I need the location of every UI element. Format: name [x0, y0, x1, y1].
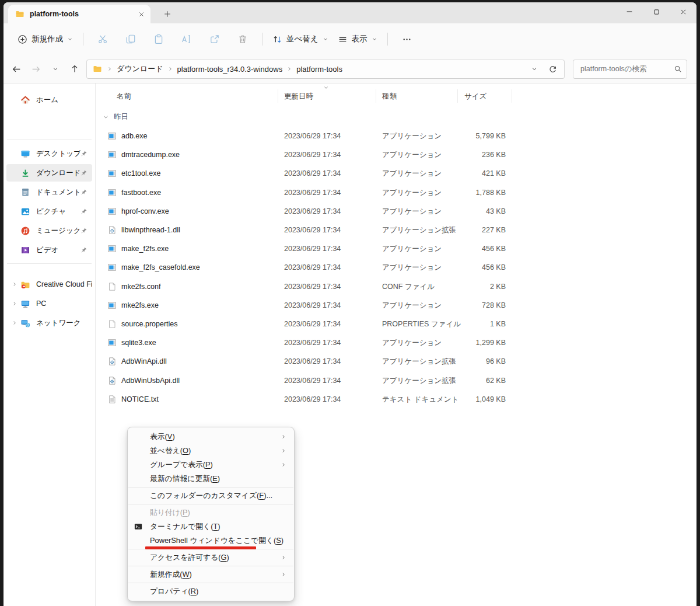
menu-item-open-powershell[interactable]: PowerShell ウィンドウをここで開く(S)	[128, 534, 294, 548]
file-row[interactable]: NOTICE.txt2023/06/29 17:34テキスト ドキュメント1,0…	[96, 390, 696, 409]
menu-divider	[128, 504, 293, 504]
file-row[interactable]: libwinpthread-1.dll2023/06/29 17:34アプリケー…	[96, 221, 696, 239]
file-row[interactable]: hprof-conv.exe2023/06/29 17:34アプリケーション43…	[96, 202, 696, 221]
more-options-button[interactable]	[393, 28, 421, 50]
address-dropdown-button[interactable]	[531, 65, 538, 72]
new-tab-button[interactable]	[158, 5, 177, 23]
sidebar-item-desktop[interactable]: デスクトップ	[6, 145, 92, 162]
file-row[interactable]: fastboot.exe2023/06/29 17:34アプリケーション1,78…	[96, 183, 696, 202]
menu-item-label: 並べ替え(O)	[150, 446, 191, 456]
file-date: 2023/06/29 17:34	[284, 283, 341, 291]
address-row: ダウンロードplatform-tools_r34.0.3-windowsplat…	[4, 55, 696, 83]
column-header-size[interactable]: サイズ	[464, 92, 487, 102]
plus-circle-icon	[18, 34, 27, 44]
sidebar-item-documents[interactable]: ドキュメント	[6, 183, 92, 201]
new-button[interactable]: 新規作成	[13, 30, 78, 48]
sidebar-item-label: ドキュメント	[36, 187, 80, 197]
exe-icon	[107, 169, 117, 178]
tab-platform-tools[interactable]: platform-tools	[8, 5, 150, 23]
column-header-date[interactable]: 更新日時	[284, 92, 313, 102]
menu-item-give-access[interactable]: アクセスを許可する(G)	[128, 551, 294, 565]
file-size: 62 KB	[422, 377, 506, 385]
view-icon	[338, 34, 348, 44]
minimize-button[interactable]	[616, 2, 643, 21]
maximize-button[interactable]	[643, 2, 670, 21]
file-row[interactable]: mke2fs.exe2023/06/29 17:34アプリケーション728 KB	[96, 296, 696, 315]
column-separator[interactable]	[512, 89, 512, 103]
group-collapse-chevron[interactable]	[103, 114, 109, 120]
menu-item-properties[interactable]: プロパティ(R)	[128, 584, 294, 598]
sort-direction-indicator	[323, 85, 329, 90]
expand-chevron-icon[interactable]	[9, 320, 20, 326]
file-row[interactable]: dmtracedump.exe2023/06/29 17:34アプリケーション2…	[96, 145, 696, 164]
file-row[interactable]: AdbWinApi.dll2023/06/29 17:34アプリケーション拡張9…	[96, 352, 696, 371]
cut-button[interactable]	[89, 28, 117, 50]
up-button[interactable]	[65, 58, 84, 79]
chevron-down-icon	[67, 36, 73, 42]
group-header-yesterday[interactable]: 昨日	[103, 110, 696, 124]
file-name: sqlite3.exe	[121, 339, 156, 347]
column-header-name[interactable]: 名前	[117, 92, 131, 102]
delete-button[interactable]	[229, 28, 257, 50]
breadcrumb-segment[interactable]: platform-tools_r34.0.3-windows	[174, 65, 286, 74]
column-separator[interactable]	[278, 89, 278, 103]
share-button[interactable]	[201, 28, 229, 50]
sidebar-item-videos[interactable]: ビデオ	[6, 241, 92, 259]
sidebar-item-pictures[interactable]: ピクチャ	[6, 203, 92, 220]
menu-item-sort-by[interactable]: 並べ替え(O)	[128, 444, 294, 458]
file-size: 227 KB	[422, 226, 506, 234]
menu-item-new[interactable]: 新規作成(W)	[128, 567, 294, 581]
file-date: 2023/06/29 17:34	[284, 320, 341, 328]
file-size: 421 KB	[422, 169, 506, 177]
sort-button[interactable]: 並べ替え	[268, 30, 333, 48]
downloads-icon	[20, 168, 31, 178]
sidebar-item-label: PC	[36, 299, 46, 308]
menu-item-customize-folder[interactable]: このフォルダーのカスタマイズ(F)...	[128, 489, 294, 503]
tab-close-button[interactable]	[137, 10, 146, 19]
file-date: 2023/06/29 17:34	[284, 301, 341, 309]
column-header-type[interactable]: 種類	[382, 92, 397, 102]
search-input[interactable]	[579, 64, 674, 74]
file-row[interactable]: make_f2fs_casefold.exe2023/06/29 17:34アプ…	[96, 258, 696, 277]
close-button[interactable]	[670, 2, 696, 21]
menu-item-refresh[interactable]: 最新の情報に更新(E)	[128, 472, 294, 486]
pictures-icon	[20, 207, 31, 217]
menu-item-group-by[interactable]: グループで表示(P)	[128, 458, 294, 472]
sidebar-item-pc[interactable]: PC	[6, 295, 92, 312]
file-row[interactable]: mke2fs.conf2023/06/29 17:34CONF ファイル2 KB	[96, 277, 696, 296]
recent-locations-button[interactable]	[46, 58, 65, 79]
file-row[interactable]: source.properties2023/06/29 17:34PROPERT…	[96, 315, 696, 333]
exe-icon	[107, 131, 117, 141]
back-button[interactable]	[7, 58, 26, 79]
menu-item-view[interactable]: 表示(V)	[128, 430, 294, 444]
exe-icon	[107, 338, 117, 347]
forward-button[interactable]	[26, 58, 46, 79]
file-row[interactable]: etc1tool.exe2023/06/29 17:34アプリケーション421 …	[96, 164, 696, 183]
submenu-chevron-icon	[281, 555, 286, 560]
file-row[interactable]: make_f2fs.exe2023/06/29 17:34アプリケーション456…	[96, 239, 696, 258]
column-separator[interactable]	[457, 89, 458, 103]
refresh-button[interactable]	[548, 65, 557, 74]
more-icon	[402, 34, 412, 44]
expand-chevron-icon[interactable]	[9, 301, 20, 307]
dll-icon	[107, 225, 117, 235]
sidebar-item-home[interactable]: ホーム	[6, 91, 92, 109]
copy-button[interactable]	[117, 28, 145, 50]
file-row[interactable]: AdbWinUsbApi.dll2023/06/29 17:34アプリケーション…	[96, 371, 696, 389]
sidebar-item-creative-cloud[interactable]: Creative Cloud Files	[6, 276, 92, 293]
paste-button[interactable]	[145, 28, 173, 50]
sidebar-item-network[interactable]: ネットワーク	[6, 314, 92, 332]
sidebar-item-music[interactable]: ミュージック	[6, 222, 92, 239]
menu-item-open-terminal[interactable]: ターミナルで開く(T)	[128, 520, 294, 534]
expand-chevron-icon[interactable]	[9, 281, 20, 287]
file-row[interactable]: adb.exe2023/06/29 17:34アプリケーション5,799 KB	[96, 127, 696, 145]
column-separator[interactable]	[376, 89, 376, 103]
sidebar-item-downloads[interactable]: ダウンロード	[6, 164, 92, 182]
address-bar[interactable]: ダウンロードplatform-tools_r34.0.3-windowsplat…	[86, 60, 565, 79]
view-button[interactable]: 表示	[333, 30, 382, 48]
share-icon	[209, 34, 220, 44]
file-row[interactable]: sqlite3.exe2023/06/29 17:34アプリケーション1,299…	[96, 333, 696, 352]
rename-button[interactable]	[173, 28, 201, 50]
breadcrumb-segment[interactable]: platform-tools	[293, 65, 345, 74]
breadcrumb-segment[interactable]: ダウンロード	[114, 64, 166, 74]
